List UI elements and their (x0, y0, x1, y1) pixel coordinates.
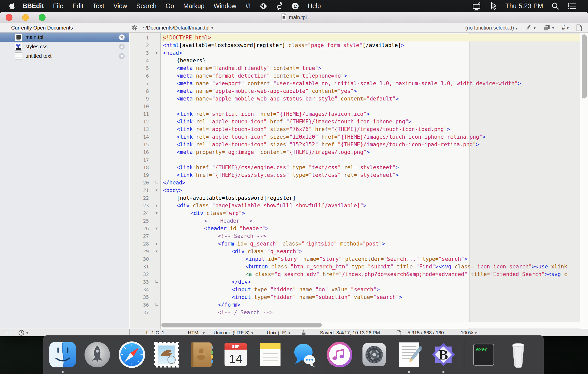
display-status-icon[interactable] (472, 2, 481, 10)
clippings-menu-icon[interactable]: C (291, 2, 299, 10)
dock-exec-file[interactable]: exec (469, 340, 498, 369)
code-line[interactable]: 25<!-- Header --> (130, 217, 580, 225)
fold-end-icon[interactable] (152, 179, 161, 186)
code-line[interactable]: 6<meta name="format-detection" content="… (130, 72, 580, 80)
dock-mail[interactable] (152, 340, 181, 369)
dock-calendar[interactable]: SEP14 (221, 340, 250, 369)
code-line[interactable]: 8<meta name="apple-mobile-web-app-capabl… (130, 87, 580, 95)
apple-menu-icon[interactable] (8, 2, 16, 10)
close-document-button[interactable] (119, 44, 125, 50)
menu-[interactable]: #! (245, 2, 251, 10)
code-editor[interactable]: 1<!DOCTYPE html>2<html[available=lostpas… (130, 33, 588, 329)
code-line[interactable]: 9<meta name="apple-mobile-web-app-status… (130, 95, 580, 103)
menu-markup[interactable]: Markup (183, 2, 204, 10)
code-line[interactable]: 34<input type="hidden" name="do" value="… (130, 286, 580, 293)
code-line[interactable]: 7<meta name="viewport" content="user-sca… (130, 80, 580, 87)
dock-itunes[interactable] (325, 340, 354, 369)
code-line[interactable]: 24▼<div class="wrp"> (130, 209, 580, 217)
title-bar[interactable]: main.tpl (0, 12, 588, 23)
remote-cursor-status-icon[interactable] (489, 2, 498, 10)
sidebar-document-row[interactable]: untitled text (0, 51, 129, 61)
fold-open-icon[interactable]: ▼ (152, 225, 161, 232)
code-line[interactable]: 35<input type="hidden" name="subaction" … (130, 293, 580, 301)
dock-launchpad[interactable] (83, 340, 111, 369)
fold-open-icon[interactable]: ▼ (152, 202, 161, 209)
dock-bbedit[interactable]: B (429, 340, 458, 369)
code-line[interactable]: 12<link rel="apple-touch-icon" href="{TH… (130, 118, 580, 125)
dock-textedit[interactable] (395, 340, 423, 369)
code-line[interactable]: 10 (130, 103, 580, 110)
code-line[interactable]: 5<meta name="HandheldFriendly" content="… (130, 64, 580, 72)
dock-messages[interactable] (291, 340, 319, 369)
dock-trash[interactable] (504, 340, 533, 369)
code-line[interactable]: 30<input id="story" name="story" placeho… (130, 255, 580, 263)
notification-center-icon[interactable] (568, 2, 576, 10)
line-number-menu[interactable]: # (562, 24, 569, 31)
fold-open-icon[interactable]: ▼ (152, 209, 161, 217)
dock-finder[interactable] (48, 340, 77, 369)
code-line[interactable]: 32<a class="q_search_adv" href="/index.p… (130, 270, 580, 278)
menu-edit[interactable]: Edit (73, 2, 83, 10)
fold-end-icon[interactable] (152, 278, 161, 286)
vertical-scrollbar[interactable] (580, 33, 588, 329)
document-path-dropdown[interactable]: ~/Documents/Default/main.tpl (143, 23, 213, 33)
script-menu-icon[interactable] (276, 2, 283, 10)
menu-window[interactable]: Window (214, 2, 236, 10)
code-lines[interactable]: 1<!DOCTYPE html>2<html[available=lostpas… (130, 33, 580, 329)
documents-stack-icon[interactable] (543, 24, 554, 31)
menu-view[interactable]: View (114, 2, 127, 10)
document-proxy-icon[interactable] (281, 13, 286, 21)
menu-go[interactable]: Go (166, 2, 174, 10)
code-line[interactable]: 19<link href="{THEME}/css/styles.css" ty… (130, 171, 580, 179)
gear-menu-icon[interactable] (131, 24, 138, 32)
code-line[interactable]: 18<link href="{THEME}/css/engine.css" ty… (130, 164, 580, 171)
code-line[interactable]: 36</form> (130, 301, 580, 309)
vertical-scrollbar-thumb[interactable] (582, 34, 587, 98)
code-line[interactable]: 26▼<header id="header"> (130, 225, 580, 232)
fold-open-icon[interactable]: ▼ (152, 186, 161, 194)
horizontal-scrollbar-thumb[interactable] (161, 323, 322, 327)
dock-safari[interactable] (118, 340, 146, 369)
menu-help[interactable]: Help (308, 2, 321, 10)
close-document-button[interactable] (119, 34, 125, 40)
fold-open-icon[interactable]: ▼ (152, 240, 161, 248)
code-line[interactable]: 37<!-- / Search --> (130, 309, 580, 316)
spotlight-icon[interactable] (551, 2, 559, 10)
menu-file[interactable]: File (53, 2, 63, 10)
recent-documents-clock-icon[interactable] (18, 329, 28, 336)
sidebar-document-row[interactable]: main.tpl (0, 33, 129, 42)
code-line[interactable]: 28▼<form id="q_search" class="rightside"… (130, 240, 580, 248)
code-line[interactable]: 21▼<body> (130, 186, 580, 194)
code-line[interactable]: 33</div> (130, 278, 580, 286)
fold-open-icon[interactable]: ▼ (152, 248, 161, 255)
code-line[interactable]: 11<link rel="shortcut icon" href="{THEME… (130, 110, 580, 118)
horizontal-scrollbar[interactable] (161, 322, 580, 328)
code-line[interactable]: 29▼<div class="q_search"> (130, 248, 580, 255)
new-document-icon[interactable] (576, 24, 582, 31)
fold-open-icon[interactable]: ▼ (152, 49, 161, 57)
code-line[interactable]: 1<!DOCTYPE html> (130, 34, 580, 41)
dock-contacts[interactable] (187, 340, 215, 369)
code-line[interactable]: 20</head> (130, 179, 580, 186)
sidebar-document-row[interactable]: styles.css (0, 42, 129, 51)
code-line[interactable]: 2<html[available=lostpassword|register] … (130, 41, 580, 49)
code-line[interactable]: 4{headers} (130, 57, 580, 64)
close-document-button[interactable] (119, 53, 125, 59)
code-line[interactable]: 13<link rel="apple-touch-icon" sizes="76… (130, 125, 580, 133)
code-line[interactable]: 14<link rel="apple-touch-icon" sizes="12… (130, 133, 580, 141)
dock-system-preferences[interactable] (360, 340, 388, 369)
code-line[interactable]: 31<button class="btn q_search_btn" type=… (130, 263, 580, 270)
app-menu-bbedit[interactable]: BBEdit (23, 2, 44, 10)
menu-bar-clock[interactable]: Thu 5:23 PM (505, 2, 543, 10)
marker-menu-icon[interactable] (525, 24, 536, 31)
code-line[interactable]: 3▼<head> (130, 49, 580, 57)
add-document-button[interactable]: + (6, 329, 10, 336)
code-line[interactable]: 16<meta property="og:image" content="{TH… (130, 148, 580, 156)
code-line[interactable]: 15<link rel="apple-touch-icon" sizes="15… (130, 141, 580, 148)
dock-notes[interactable] (256, 340, 285, 369)
code-line[interactable]: 23▼<div class="page[available=showfull] … (130, 202, 580, 209)
git-menu-icon[interactable] (259, 2, 268, 10)
menu-search[interactable]: Search (136, 2, 156, 10)
fold-end-icon[interactable] (152, 301, 161, 309)
code-line[interactable]: 17 (130, 156, 580, 164)
